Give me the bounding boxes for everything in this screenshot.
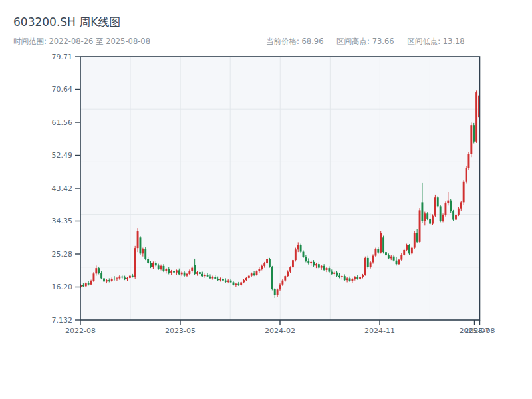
x-tick-label: 2022-08 [65,327,96,335]
y-tick-label: 34.35 [52,217,73,225]
candle-body [475,92,477,142]
candle-body [385,252,387,255]
candle-body [211,277,213,278]
candle [475,90,477,143]
candle-body [356,277,358,279]
candle-body [362,275,364,277]
candle-body [390,257,392,259]
candle-body [168,269,170,273]
candle-body [287,272,289,277]
candle-body [396,261,398,264]
candle-body [160,266,162,269]
y-tick-label: 43.42 [52,184,73,193]
candle-body [432,216,434,224]
candle-body [416,233,418,242]
candle-body [463,182,465,203]
y-tick-label: 79.71 [52,53,73,61]
candle-body [315,264,317,265]
candle-body [424,213,426,221]
candle-body [103,278,105,281]
candle-body [248,276,250,278]
candle-body [349,278,351,281]
candle-body [140,237,142,253]
x-tick-label: 2025-08 [465,327,495,335]
candle-body [181,273,183,275]
candle-body [388,255,390,258]
candle-body [253,273,255,275]
candle [92,272,94,282]
candle-body [310,262,312,263]
candle-body [344,276,346,280]
candle-body [155,263,157,265]
candle-body [305,257,307,261]
candle-body [341,276,343,277]
candle [434,195,436,217]
x-axis: 2022-082023-052024-022024-112025-072025-… [65,320,495,335]
candle [144,247,146,260]
candle-body [403,250,405,255]
candle-body [411,248,413,254]
candle-body [400,255,402,260]
candle [444,201,446,216]
candle-body [323,266,325,270]
candle-body [170,271,172,273]
y-tick-label: 25.28 [52,250,73,259]
candle-body [201,274,203,276]
candle-body [137,231,139,248]
candle-body [237,284,239,285]
candle-body [429,219,431,224]
candle-body [214,277,216,279]
kline-chart: 79.7170.6461.5652.4943.4234.3525.2816.20… [0,0,532,399]
candle-body [269,259,271,267]
candle-body [194,265,196,274]
candle-body [233,282,235,285]
candle-body [144,249,146,259]
y-tick-label: 70.64 [52,85,73,94]
candle-body [219,279,221,280]
candle-body [230,281,232,283]
candle-body [158,265,160,269]
candle [380,231,382,253]
candle-body [359,277,361,279]
candle-body [408,245,410,254]
candle-body [444,203,446,215]
candle-body [295,249,297,260]
candle-body [328,268,330,271]
candle-body [108,280,110,281]
candle-body [186,274,188,276]
candle-body [447,201,449,203]
candle-body [440,206,442,221]
candle-body [421,202,423,221]
candle-body [300,245,302,251]
candle [452,210,454,221]
candle-body [274,289,276,295]
candle-body [142,249,144,254]
candle-body [279,285,281,290]
candle-body [367,258,369,267]
candle-body [217,279,219,280]
candle-body [277,289,279,295]
candle-body [331,272,332,274]
candle-body [184,273,186,276]
candle-body [163,266,165,271]
candle-body [473,125,475,142]
candle-body [227,281,229,282]
candle-body [114,279,116,279]
candle-body [377,249,379,253]
candle [140,236,142,255]
candle-body [303,252,305,257]
candle-body [88,283,90,285]
candle-body [336,273,338,276]
candle-body [266,259,268,264]
candle-body [245,278,247,280]
candle [408,244,410,255]
y-tick-label: 52.49 [52,151,73,160]
candle-body [222,279,224,281]
candle-body [292,260,294,267]
candle-body [150,263,152,267]
candle-body [419,210,421,241]
candle-body [152,263,154,267]
candle-body [191,268,193,271]
candle-body [313,262,315,265]
candle-body [100,273,102,278]
